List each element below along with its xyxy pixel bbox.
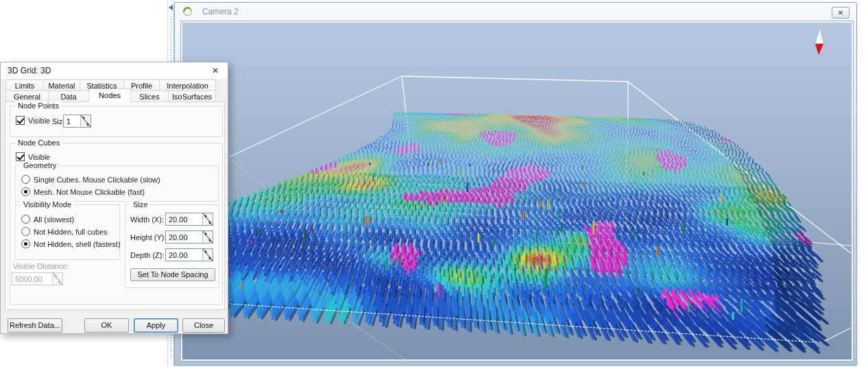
- node-cubes-group: Node Cubes Visible Geometry Single Cubes…: [10, 143, 223, 305]
- 3d-viewport[interactable]: [180, 21, 854, 362]
- visible-distance-label: Visible Distance:: [13, 262, 69, 270]
- visible-distance-input: 5000.00 ▲▼: [12, 272, 63, 285]
- node-points-visible-checkbox[interactable]: [16, 116, 25, 125]
- tab-isosurfaces[interactable]: IsoSurfaces: [168, 91, 216, 102]
- visibility-shell-radio[interactable]: [21, 239, 30, 248]
- node-points-visible-label: Visible: [28, 117, 50, 125]
- node-points-group: Node Points Visible Size: 1 ▲▼: [10, 106, 223, 137]
- geometry-group: Geometry Single Cubes. Mouse Clickable (…: [15, 165, 219, 202]
- width-x-label: Width (X):: [130, 215, 164, 224]
- tab-nodes[interactable]: Nodes: [88, 88, 131, 102]
- dialog-titlebar[interactable]: 3D Grid: 3D ✕: [1, 62, 228, 79]
- camera-titlebar[interactable]: Camera 2 ✕: [175, 3, 856, 21]
- tab-strip: Limits Material Statistics Profile Inter…: [5, 80, 219, 102]
- dialog-title: 3D Grid: 3D: [8, 66, 51, 75]
- desktop: Camera 2 ✕ 3D Grid: 3D ✕ Limits Material…: [0, 0, 868, 367]
- visibility-full-cubes-label: Not Hidden, full cubes: [34, 228, 108, 236]
- camera-window-title: Camera 2: [202, 7, 239, 16]
- height-y-input[interactable]: 20.00 ▲▼: [165, 230, 213, 244]
- size-group: Size Width (X): 20.00 ▲▼ Height (Y): 20.…: [125, 204, 219, 288]
- node-cubes-legend: Node Cubes: [15, 139, 62, 147]
- node-cubes-visible-checkbox[interactable]: [16, 152, 25, 161]
- visibility-mode-group: Visibility Mode All (slowest) Not Hidden…: [15, 204, 120, 260]
- close-icon: ✕: [212, 66, 219, 75]
- close-icon: ✕: [838, 9, 843, 16]
- 3d-scene-canvas[interactable]: [182, 23, 852, 359]
- spinner-icon[interactable]: ▲▼: [202, 213, 213, 225]
- apply-button[interactable]: Apply: [134, 318, 178, 333]
- visibility-shell-label: Not Hidden, shell (fastest): [34, 240, 121, 248]
- camera-close-button[interactable]: ✕: [832, 7, 849, 19]
- size-legend: Size: [130, 200, 150, 209]
- geometry-mesh-label: Mesh. Not Mouse Clickable (fast): [34, 188, 145, 196]
- height-y-label: Height (Y):: [130, 233, 167, 241]
- tab-data[interactable]: Data: [48, 91, 89, 102]
- grid-dialog: 3D Grid: 3D ✕ Limits Material Statistics…: [0, 62, 228, 334]
- spinner-icon[interactable]: ▲▼: [202, 249, 213, 261]
- geometry-legend: Geometry: [21, 161, 59, 169]
- ok-button[interactable]: OK: [84, 318, 129, 333]
- geometry-single-cubes-radio[interactable]: [21, 175, 30, 184]
- visibility-full-cubes-radio[interactable]: [21, 227, 30, 236]
- visibility-mode-legend: Visibility Mode: [21, 200, 74, 209]
- close-button[interactable]: Close: [182, 318, 225, 333]
- spinner-icon: ▲▼: [52, 273, 62, 285]
- camera-app-icon: [182, 6, 193, 16]
- depth-z-input[interactable]: 20.00 ▲▼: [165, 248, 213, 261]
- node-points-legend: Node Points: [15, 102, 62, 110]
- node-points-size-input[interactable]: 1 ▲▼: [63, 115, 91, 128]
- depth-z-label: Depth (Z):: [130, 251, 165, 259]
- collapse-arrow-icon[interactable]: [169, 5, 173, 10]
- visibility-all-radio[interactable]: [21, 215, 30, 224]
- camera-window: Camera 2 ✕: [174, 2, 857, 366]
- width-x-input[interactable]: 20.00 ▲▼: [165, 213, 213, 226]
- tab-slices[interactable]: Slices: [130, 91, 169, 102]
- geometry-single-cubes-label: Single Cubes. Mouse Clickable (slow): [34, 176, 160, 184]
- node-cubes-visible-label: Visible: [28, 153, 50, 161]
- tab-material[interactable]: Material: [43, 80, 80, 91]
- visibility-all-label: All (slowest): [34, 215, 74, 224]
- tab-limits[interactable]: Limits: [5, 80, 44, 91]
- refresh-data-button[interactable]: Refresh Data...: [8, 318, 62, 333]
- tab-general[interactable]: General: [5, 91, 49, 102]
- spinner-icon[interactable]: ▲▼: [80, 115, 91, 127]
- spinner-icon[interactable]: ▲▼: [202, 231, 213, 243]
- set-to-node-spacing-button[interactable]: Set To Node Spacing: [130, 268, 215, 281]
- geometry-mesh-radio[interactable]: [21, 187, 30, 196]
- tab-interpolation[interactable]: Interpolation: [159, 80, 216, 91]
- dialog-close-button[interactable]: ✕: [210, 65, 221, 76]
